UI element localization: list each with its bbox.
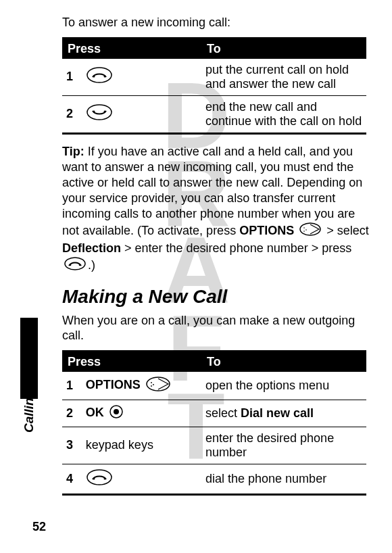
svg-point-5 — [103, 111, 105, 113]
row-num: 2 — [62, 95, 82, 133]
svg-point-6 — [300, 223, 320, 235]
svg-point-3 — [87, 105, 112, 120]
intro-line: To answer a new incoming call: — [62, 15, 374, 30]
svg-point-21 — [103, 477, 105, 479]
press-cell — [82, 59, 201, 96]
svg-point-14 — [151, 382, 152, 383]
tip-paragraph: Tip: If you have an active call and a he… — [62, 144, 374, 275]
tip-text-4: .) — [88, 258, 95, 271]
send-key-icon — [64, 256, 87, 275]
send-key-icon — [86, 66, 113, 87]
press-cell: keypad keys — [82, 427, 201, 464]
svg-point-9 — [303, 231, 305, 232]
new-call-table: Press To 1 OPTIONS open the options menu… — [62, 350, 366, 496]
svg-point-10 — [65, 258, 85, 270]
svg-point-7 — [303, 227, 305, 229]
table-row: 2 OK select Dial new call — [62, 400, 366, 427]
svg-point-1 — [93, 76, 95, 78]
row-num: 2 — [62, 400, 82, 427]
press-cell: OK — [82, 400, 201, 427]
action-cell: end the new call and continue with the c… — [201, 95, 366, 133]
col-press: Press — [62, 38, 201, 59]
press-cell: OPTIONS — [82, 372, 201, 400]
row-num: 3 — [62, 427, 82, 464]
svg-point-8 — [305, 229, 307, 231]
center-key-icon — [109, 404, 124, 423]
ok-label: OK — [86, 406, 104, 419]
tip-text-3: > enter the desired phone number > press — [121, 241, 351, 255]
row-num: 1 — [62, 59, 82, 96]
action-cell: dial the phone number — [201, 464, 366, 494]
section-intro: When you are on a call, you can make a n… — [62, 313, 374, 343]
side-tab-block — [20, 318, 38, 399]
svg-point-12 — [79, 264, 81, 266]
svg-point-13 — [147, 377, 170, 391]
svg-point-15 — [153, 384, 154, 385]
tip-text-2: > select — [323, 223, 369, 237]
answer-call-table: Press To 1 put the current call on hold … — [62, 37, 366, 135]
table-row: 1 put the current call on hold and answe… — [62, 59, 366, 96]
row-num: 4 — [62, 464, 82, 494]
action-cell: enter the desired phone number — [201, 427, 366, 464]
dial-new-call-label: Dial new call — [241, 406, 314, 420]
tip-label: Tip: — [62, 145, 84, 158]
action-cell: select Dial new call — [201, 400, 366, 427]
options-label: OPTIONS — [86, 378, 141, 391]
page-number: 52 — [32, 520, 46, 534]
deflection-label: Deflection — [62, 241, 121, 255]
action-cell: put the current call on hold and answer … — [201, 59, 366, 96]
svg-point-18 — [114, 409, 119, 414]
end-key-icon — [86, 103, 113, 124]
table-row: 1 OPTIONS open the options menu — [62, 372, 366, 400]
svg-point-0 — [87, 68, 112, 82]
right-softkey-icon — [145, 376, 171, 395]
svg-point-2 — [103, 76, 105, 78]
action-prefix: select — [205, 406, 241, 420]
svg-point-11 — [70, 264, 72, 266]
row-num: 1 — [62, 372, 82, 400]
svg-point-20 — [93, 477, 95, 479]
table-row: 2 end the new call and continue with the… — [62, 95, 366, 133]
right-softkey-icon — [299, 222, 322, 241]
svg-point-4 — [93, 111, 95, 113]
page-content: To answer a new incoming call: Press To … — [62, 15, 374, 500]
col-to: To — [201, 351, 366, 372]
table-row: 4 dial the phone number — [62, 464, 366, 494]
table-row: 3 keypad keys enter the desired phone nu… — [62, 427, 366, 464]
options-label: OPTIONS — [239, 223, 294, 237]
col-press: Press — [62, 351, 201, 372]
send-key-icon — [86, 468, 113, 489]
press-cell — [82, 464, 201, 494]
col-to: To — [201, 38, 366, 59]
action-cell: open the options menu — [201, 372, 366, 400]
svg-point-16 — [151, 385, 152, 387]
svg-point-19 — [87, 470, 112, 485]
section-heading: Making a New Call — [62, 286, 374, 308]
press-cell — [82, 95, 201, 133]
